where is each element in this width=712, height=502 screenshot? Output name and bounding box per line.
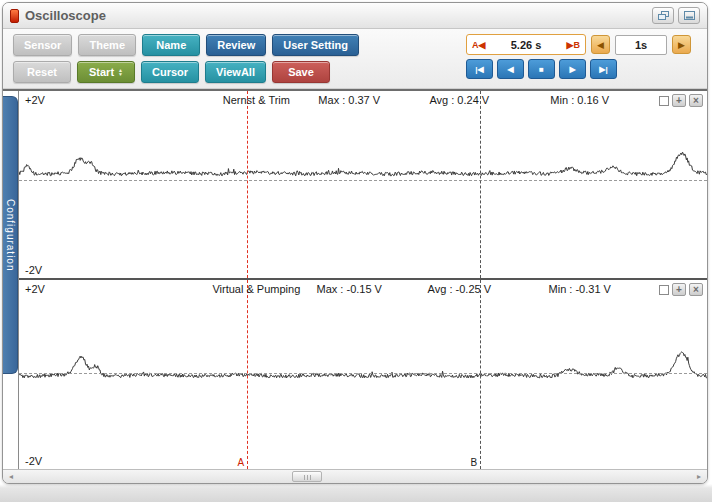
channel-name: Nernst & Trim [223,94,290,106]
reference-line [19,373,707,374]
cursor-button[interactable]: Cursor [141,61,199,83]
cursor-a-marker: A◀ [472,40,485,50]
play-icon: ▶ [569,65,575,74]
restore-icon [658,11,669,20]
configuration-tab[interactable]: Configuration [3,96,18,374]
cursor-b-line[interactable] [480,91,481,278]
plus-icon: + [676,285,682,295]
name-button[interactable]: Name [142,34,200,56]
channel-panel-virtual: +2V Virtual & Pumping Max : -0.15 V Avg … [19,280,707,469]
chart-area: Configuration +2V Nernst & Trim Max : 0.… [3,89,707,469]
configuration-tab-label: Configuration [5,199,16,271]
stop-button[interactable]: ■ [528,59,555,79]
avg-value: Avg : 0.24 V [429,94,489,106]
app-icon [10,9,19,23]
minimize-icon [684,11,695,20]
close-button[interactable]: × [689,283,703,296]
ab-time-readout: A◀ 5.26 s ▶B [466,34,586,55]
step-back-button[interactable]: ◀ [497,59,524,79]
window-controls [652,7,700,24]
skip-end-icon: ▶| [599,65,607,74]
cursor-a-label: A [237,457,244,468]
timebase-increase-button[interactable]: ▶ [672,35,691,54]
user-setting-button[interactable]: User Setting [272,34,359,56]
play-button[interactable]: ▶ [559,59,586,79]
theme-button[interactable]: Theme [78,34,136,56]
reference-line [19,180,707,181]
reset-button[interactable]: Reset [13,61,71,83]
readout-row: A◀ 5.26 s ▶B ◀ ▶ [466,34,691,55]
close-button[interactable]: × [689,94,703,107]
min-value: Min : 0.16 V [550,94,609,106]
max-value: Max : 0.37 V [318,94,380,106]
review-button[interactable]: Review [206,34,266,56]
start-button-label: Start [89,66,114,78]
cursor-b-marker: ▶B [567,40,580,50]
save-button[interactable]: Save [272,61,330,83]
skip-to-start-button[interactable]: |◀ [466,59,493,79]
cursor-b-label: B [471,457,478,468]
avg-value: Avg : -0.25 V [428,283,491,295]
cursor-a-line[interactable] [247,280,248,469]
waveform-nernst [19,91,707,278]
panel-controls: + × [659,94,703,107]
viewall-button[interactable]: ViewAll [205,61,266,83]
horizontal-scrollbar[interactable]: ◂ ▸ [3,469,707,483]
stepper-down-icon: ▼ [118,72,123,76]
close-icon: × [693,285,699,295]
cursor-a-line[interactable] [247,91,248,278]
channel-name: Virtual & Pumping [212,283,300,295]
plus-icon: + [676,96,682,106]
expand-button[interactable]: + [672,94,686,107]
scroll-right-icon[interactable]: ▸ [693,470,705,483]
top-voltage-label: +2V [25,283,45,295]
bottom-voltage-label: -2V [25,455,42,467]
max-value: Max : -0.15 V [317,283,382,295]
window-minimize-button[interactable] [678,7,700,24]
ab-time-value: 5.26 s [511,39,542,51]
channel-visible-checkbox[interactable] [659,96,669,106]
timebase-decrease-button[interactable]: ◀ [591,35,610,54]
channel-visible-checkbox[interactable] [659,285,669,295]
panel-controls: + × [659,283,703,296]
step-back-icon: ◀ [507,65,513,74]
waveform-virtual [19,280,707,469]
timebase-input[interactable] [615,35,667,55]
arrow-right-icon: ▶ [678,40,685,50]
oscilloscope-window: Oscilloscope Sensor Theme Name Review Us… [2,2,708,484]
sensor-button[interactable]: Sensor [13,34,72,56]
start-button[interactable]: Start ▲ ▼ [77,61,135,83]
bottom-voltage-label: -2V [25,264,42,276]
titlebar[interactable]: Oscilloscope [3,3,707,29]
stop-icon: ■ [539,65,544,74]
top-voltage-label: +2V [25,94,45,106]
toolbar: Sensor Theme Name Review User Setting Re… [3,29,707,89]
time-controls: A◀ 5.26 s ▶B ◀ ▶ |◀ ◀ ■ ▶ ▶| [466,34,691,79]
skip-start-icon: |◀ [475,65,483,74]
channel-panel-nernst: +2V Nernst & Trim Max : 0.37 V Avg : 0.2… [19,91,707,280]
expand-button[interactable]: + [672,283,686,296]
start-stepper-icon[interactable]: ▲ ▼ [118,68,123,76]
window-title: Oscilloscope [25,8,106,23]
channel-panels: +2V Nernst & Trim Max : 0.37 V Avg : 0.2… [18,91,707,469]
close-icon: × [693,96,699,106]
playback-controls: |◀ ◀ ■ ▶ ▶| [466,59,691,79]
scrollbar-thumb[interactable] [292,471,322,482]
skip-to-end-button[interactable]: ▶| [590,59,617,79]
scroll-left-icon[interactable]: ◂ [5,470,17,483]
cursor-b-line[interactable] [480,280,481,469]
min-value: Min : -0.31 V [549,283,611,295]
arrow-left-icon: ◀ [597,40,604,50]
window-restore-button[interactable] [652,7,674,24]
